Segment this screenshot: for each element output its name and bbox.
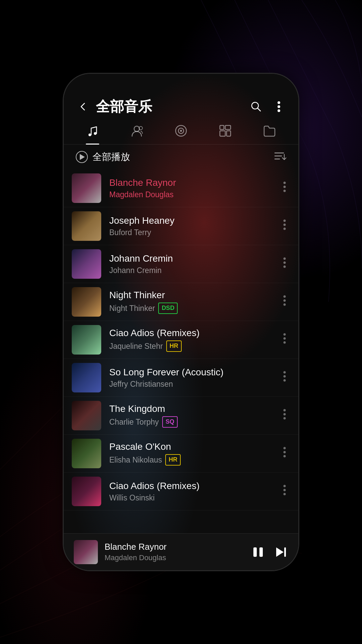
track-info-5: Ciao Adios (Remixes) Jaqueline Stehr HR <box>109 328 278 352</box>
svg-point-29 <box>284 341 286 344</box>
svg-point-41 <box>284 493 286 495</box>
badge-hr: HR <box>166 340 182 352</box>
track-thumb-3 <box>72 249 101 279</box>
track-info-3: Johann Cremin Johann Cremin <box>109 253 278 275</box>
track-artist-2: Buford Terry <box>109 228 278 237</box>
now-playing-info: Blanche Raynor Magdalen Douglas <box>105 542 251 562</box>
svg-point-16 <box>284 186 286 188</box>
track-thumb-6 <box>72 363 101 392</box>
track-more-4[interactable] <box>278 292 286 311</box>
badge-dsd: DSD <box>158 303 178 314</box>
svg-point-24 <box>284 296 286 298</box>
svg-point-26 <box>284 304 286 306</box>
tab-albums[interactable] <box>168 121 194 140</box>
track-more-7[interactable] <box>278 406 286 425</box>
now-playing-bar[interactable]: Blanche Raynor Magdalen Douglas <box>64 533 298 570</box>
track-artist-3: Johann Cremin <box>109 266 278 275</box>
track-more-9[interactable] <box>278 482 286 501</box>
svg-rect-44 <box>284 547 286 557</box>
svg-point-0 <box>252 102 258 109</box>
track-artist-7: Charlie Torphy SQ <box>109 416 278 427</box>
svg-point-10 <box>180 130 182 132</box>
track-info-6: So Long Forever (Acoustic) Jeffry Christ… <box>109 367 278 389</box>
track-more-2[interactable] <box>278 217 286 235</box>
track-artist-8: Elisha Nikolaus HR <box>109 454 278 465</box>
svg-point-21 <box>284 258 286 260</box>
track-item-5[interactable]: Ciao Adios (Remixes) Jaqueline Stehr HR <box>64 321 298 359</box>
track-more-1[interactable] <box>278 179 286 198</box>
track-title-5: Ciao Adios (Remixes) <box>109 328 278 338</box>
track-artist-9: Willis Osinski <box>109 493 278 502</box>
play-circle-icon <box>76 151 88 163</box>
svg-point-6 <box>134 126 139 131</box>
now-playing-thumb <box>74 540 98 564</box>
track-more-3[interactable] <box>278 255 286 273</box>
pause-button[interactable] <box>251 545 265 559</box>
track-thumb-5 <box>72 325 101 355</box>
svg-point-38 <box>284 455 286 458</box>
phone-shell: 全部音乐 <box>64 74 298 570</box>
now-playing-artist: Magdalen Douglas <box>105 553 251 562</box>
track-artist-5: Jaqueline Stehr HR <box>109 340 278 352</box>
track-item-4[interactable]: Night Thinker Night Thinker DSD <box>64 283 298 321</box>
svg-point-19 <box>284 224 286 226</box>
sort-button[interactable] <box>274 151 286 163</box>
track-info-9: Ciao Adios (Remixes) Willis Osinski <box>109 481 278 502</box>
track-list: Blanche Raynor Magdalen Douglas Joseph H… <box>64 169 298 533</box>
track-artist-4: Night Thinker DSD <box>109 303 278 314</box>
track-item-6[interactable]: So Long Forever (Acoustic) Jeffry Christ… <box>64 359 298 397</box>
track-item-9[interactable]: Ciao Adios (Remixes) Willis Osinski <box>64 473 298 511</box>
track-item-3[interactable]: Johann Cremin Johann Cremin <box>64 245 298 283</box>
track-title-8: Pascale O'Kon <box>109 441 278 452</box>
back-button[interactable] <box>76 99 90 114</box>
track-title-4: Night Thinker <box>109 290 278 301</box>
track-item-8[interactable]: Pascale O'Kon Elisha Nikolaus HR <box>64 435 298 473</box>
svg-rect-43 <box>259 547 263 557</box>
now-playing-controls <box>251 545 288 559</box>
svg-point-31 <box>284 375 286 378</box>
svg-point-39 <box>284 485 286 487</box>
track-item-7[interactable]: The Kingdom Charlie Torphy SQ <box>64 397 298 435</box>
track-title-6: So Long Forever (Acoustic) <box>109 367 278 378</box>
svg-point-27 <box>284 333 286 336</box>
track-thumb-9 <box>72 477 101 506</box>
tab-folders[interactable] <box>256 121 283 140</box>
tab-artists[interactable] <box>123 121 150 140</box>
svg-point-25 <box>284 300 286 302</box>
svg-point-17 <box>284 190 286 192</box>
track-more-5[interactable] <box>278 330 286 349</box>
track-thumb-1 <box>72 173 101 203</box>
track-artist-1: Magdalen Douglas <box>109 190 278 199</box>
svg-point-34 <box>284 413 286 416</box>
tab-songs[interactable] <box>79 121 106 140</box>
track-info-4: Night Thinker Night Thinker DSD <box>109 290 278 314</box>
svg-point-5 <box>94 132 97 135</box>
status-bar <box>64 74 298 94</box>
svg-rect-13 <box>220 131 225 136</box>
track-item-2[interactable]: Joseph Heaney Buford Terry <box>64 207 298 245</box>
more-button[interactable] <box>272 99 286 114</box>
svg-point-33 <box>284 409 286 412</box>
svg-rect-42 <box>253 547 257 557</box>
track-artist-6: Jeffry Christiansen <box>109 380 278 389</box>
svg-point-32 <box>284 379 286 382</box>
track-more-8[interactable] <box>278 444 286 463</box>
track-more-6[interactable] <box>278 368 286 387</box>
svg-point-37 <box>284 451 286 453</box>
track-item-1[interactable]: Blanche Raynor Magdalen Douglas <box>64 169 298 207</box>
next-button[interactable] <box>274 545 288 559</box>
search-button[interactable] <box>249 99 263 114</box>
svg-rect-12 <box>225 125 231 129</box>
track-thumb-2 <box>72 211 101 241</box>
svg-point-2 <box>278 105 280 108</box>
svg-point-3 <box>278 109 280 112</box>
track-info-7: The Kingdom Charlie Torphy SQ <box>109 404 278 427</box>
track-title-7: The Kingdom <box>109 404 278 414</box>
tab-grid[interactable] <box>212 121 239 140</box>
now-playing-title: Blanche Raynor <box>105 542 251 552</box>
svg-rect-11 <box>220 125 224 129</box>
svg-point-36 <box>284 447 286 449</box>
play-all-button[interactable]: 全部播放 <box>76 151 130 163</box>
toolbar: 全部播放 <box>64 145 298 169</box>
track-thumb-8 <box>72 439 101 468</box>
